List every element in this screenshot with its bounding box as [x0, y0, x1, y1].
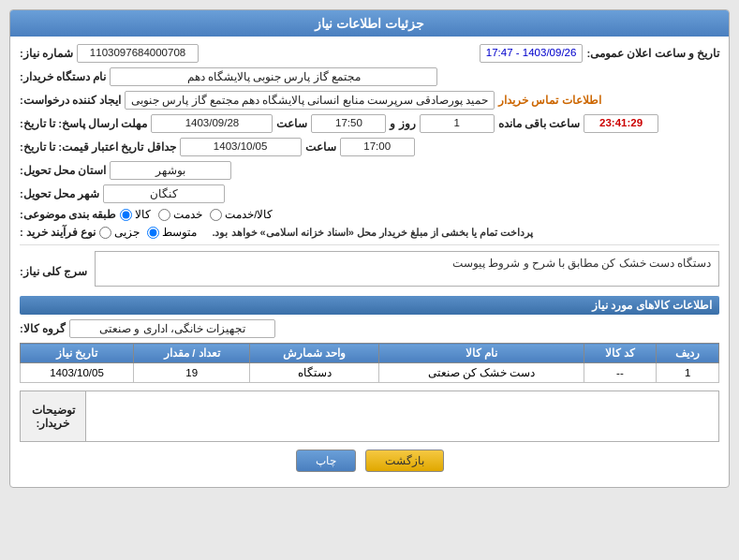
nov-farayand-mutavasit[interactable]: متوسط	[147, 226, 197, 239]
mohlat-row: 23:41:29 ساعت باقی مانده 1 روز و 17:50 س…	[20, 114, 719, 133]
sarj-value: دستگاه دست خشک کن مطابق با شرح و شروط پی…	[452, 258, 711, 269]
page-header: جزئیات اطلاعات نیاز	[10, 10, 729, 37]
grohe-value: تجهیزات خانگی، اداری و صنعتی	[69, 319, 275, 338]
nov-farayand-mutavasit-label: متوسط	[162, 226, 197, 239]
ijad-konande-row: اطلاعات تماس خریدار حمید پورصادقی سرپرست…	[20, 91, 719, 110]
back-button[interactable]: بازگشت	[365, 449, 444, 472]
nov-farayand-jozi-radio[interactable]	[99, 227, 111, 239]
nov-farayand-jozi[interactable]: جزیی	[99, 226, 140, 239]
tozih-label: توضیحات خریدار:	[24, 404, 81, 430]
jadaval-saat-value: 17:00	[340, 138, 415, 156]
tozihaat-container: توضیحات خریدار:	[20, 391, 719, 442]
ostan-value: بوشهر	[110, 161, 231, 180]
nam-dastgah-value: مجتمع گاز پارس جنوبی پالایشگاه دهم	[110, 67, 437, 86]
col-kod: کد کالا	[584, 344, 656, 363]
tabaqe-row: کالا/خدمت خدمت کالا طبقه بندی موضوعی:	[20, 208, 719, 221]
nov-farayand-note: پرداخت تمام یا بخشی از مبلغ خریدار محل «…	[212, 227, 533, 239]
nov-farayand-jozi-label: جزیی	[114, 226, 140, 239]
grohe-row: تجهیزات خانگی، اداری و صنعتی گروه کالا:	[20, 319, 719, 338]
mohlat-roz-value: 1	[420, 114, 495, 133]
mohlat-saat-label: ساعت	[276, 117, 307, 130]
table-row: 1--دست خشک کن صنعتیدستگاه191403/10/05	[21, 363, 719, 383]
mohlat-baqi-value: 23:41:29	[584, 114, 658, 133]
nam-dastgah-row: مجتمع گاز پارس جنوبی پالایشگاه دهم نام د…	[20, 67, 719, 86]
shahr-label: شهر محل تحویل:	[20, 187, 99, 200]
ijad-konande-label: ایجاد کننده درخواست:	[20, 94, 121, 107]
tabaqe-kala[interactable]: کالا	[120, 208, 151, 221]
jadaval-label: جداقل تاریخ اعتبار قیمت: تا تاریخ:	[20, 140, 176, 154]
shomare-label: شماره نیاز:	[20, 47, 73, 60]
mohlat-baqi-label: ساعت باقی مانده	[498, 117, 580, 130]
tabaqe-khidmat-label: خدمت	[173, 208, 202, 221]
tarikh-value: 1403/09/26 - 17:47	[480, 44, 584, 63]
tabaqe-khidmat[interactable]: خدمت	[158, 208, 202, 221]
col-tarikh: تاریخ نیاز	[21, 344, 134, 363]
sarj-box: دستگاه دست خشک کن مطابق با شرح و شروط پی…	[95, 251, 719, 287]
nam-dastgah-label: نام دستگاه خریدار:	[20, 70, 106, 83]
tarikh-label: تاریخ و ساعت اعلان عمومی:	[586, 47, 719, 60]
sarj-row: دستگاه دست خشک کن مطابق با شرح و شروط پی…	[20, 251, 719, 291]
jadaval-saat-label: ساعت	[305, 140, 336, 154]
col-tedad: تعداد / مقدار	[134, 344, 250, 363]
kala-table: ردیف کد کالا نام کالا واحد شمارش تعداد /…	[20, 343, 719, 383]
print-button[interactable]: چاپ	[296, 449, 356, 472]
nov-farayand-row: پرداخت تمام یا بخشی از مبلغ خریدار محل «…	[20, 226, 719, 239]
tabaqe-kala-label: کالا	[135, 208, 151, 221]
tozihaat-content	[86, 391, 718, 441]
col-radif: ردیف	[657, 344, 719, 363]
nov-farayand-mutavasit-radio[interactable]	[147, 227, 159, 239]
shahr-row: کنگان شهر محل تحویل:	[20, 184, 719, 203]
tabaqe-khidmat-radio[interactable]	[158, 209, 170, 221]
ostan-label: استان محل تحویل:	[20, 164, 106, 177]
ijad-konande-value: حمید پورصادقی سرپرست منابع انسانی پالایش…	[125, 91, 495, 110]
divider1	[20, 244, 719, 245]
mohlat-roz-label: روز و	[390, 117, 415, 130]
jadaval-row: 17:00 ساعت 1403/10/05 جداقل تاریخ اعتبار…	[20, 138, 719, 156]
sarj-label: سرج کلی نیاز:	[20, 265, 91, 278]
tabaqe-kala-radio[interactable]	[120, 209, 132, 221]
tabaqe-kala-khidmat-radio[interactable]	[210, 209, 222, 221]
ijad-konande-link[interactable]: اطلاعات تماس خریدار	[498, 94, 600, 107]
col-vahed: واحد شمارش	[250, 344, 378, 363]
mohlat-label: مهلت ارسال پاسخ: تا تاریخ:	[20, 117, 147, 130]
buttons-row: بازگشت چاپ	[20, 449, 719, 479]
grohe-label: گروه کالا:	[20, 322, 66, 335]
mohlat-saat-value: 17:50	[311, 114, 386, 133]
tabaqe-kala-khidmat[interactable]: کالا/خدمت	[210, 208, 273, 221]
jadaval-date-value: 1403/10/05	[180, 138, 302, 156]
ostan-row: بوشهر استان محل تحویل:	[20, 161, 719, 180]
tabaqe-kala-khidmat-label: کالا/خدمت	[225, 208, 273, 221]
tabaqe-radio-group: کالا/خدمت خدمت کالا	[120, 208, 273, 221]
nov-farayand-radio-group: متوسط جزیی	[99, 226, 197, 239]
notes-box	[85, 391, 719, 442]
tozihaat-label: توضیحات خریدار:	[20, 391, 85, 442]
shomare-tarikh-row: تاریخ و ساعت اعلان عمومی: 1403/09/26 - 1…	[20, 44, 719, 63]
shahr-value: کنگان	[103, 184, 225, 203]
page-title: جزئیات اطلاعات نیاز	[315, 16, 424, 31]
kalahat-section-title: اطلاعات کالاهای مورد نیاز	[20, 296, 719, 315]
shomare-value: 1103097684000708	[77, 44, 199, 63]
tabaqe-label: طبقه بندی موضوعی:	[20, 208, 116, 221]
nov-farayand-label: نوع فرآیند خرید :	[20, 226, 96, 239]
col-nam: نام کالا	[378, 344, 584, 363]
mohlat-date-value: 1403/09/28	[151, 114, 273, 133]
